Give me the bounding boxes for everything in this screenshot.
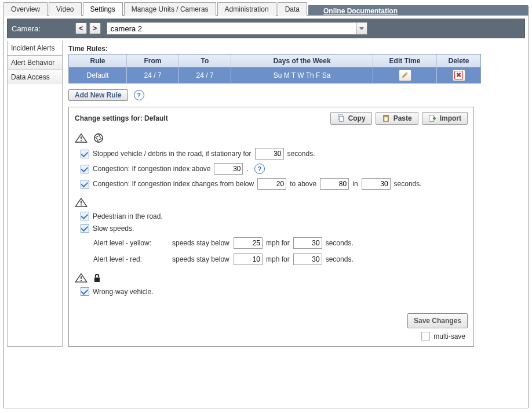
sidebar-item-incident-alerts[interactable]: Incident Alerts bbox=[8, 41, 62, 55]
congestion-change-above-input[interactable] bbox=[320, 178, 349, 190]
cell-to: 24 / 7 bbox=[179, 67, 231, 83]
lock-icon bbox=[93, 274, 101, 282]
save-changes-button[interactable]: Save Changes bbox=[407, 313, 468, 328]
col-days: Days of the Week bbox=[231, 55, 373, 67]
sidebar-item-alert-behavior[interactable]: Alert Behavior bbox=[8, 55, 62, 70]
stopped-vehicle-label-b: seconds. bbox=[287, 150, 315, 158]
stopped-vehicle-checkbox[interactable] bbox=[81, 150, 89, 158]
next-camera-button[interactable]: > bbox=[89, 23, 101, 34]
add-new-rule-button[interactable]: Add New Rule bbox=[68, 89, 128, 101]
paste-icon bbox=[382, 114, 390, 122]
alert-triangle-icon bbox=[75, 273, 88, 282]
aperture-icon bbox=[93, 133, 104, 143]
congestion-change-checkbox[interactable] bbox=[81, 180, 89, 189]
camera-label: Camera: bbox=[12, 24, 41, 33]
col-from: From bbox=[127, 55, 179, 67]
time-rules-header: Rule From To Days of the Week Edit Time … bbox=[69, 55, 480, 67]
congestion-change-below-input[interactable] bbox=[257, 178, 286, 190]
svg-rect-11 bbox=[81, 205, 82, 206]
tab-video[interactable]: Video bbox=[49, 2, 81, 16]
alert-yellow-prefix: speeds stay below bbox=[172, 239, 230, 247]
settings-sidebar: Incident Alerts Alert Behavior Data Acce… bbox=[7, 41, 63, 347]
svg-rect-13 bbox=[81, 276, 82, 278]
stopped-vehicle-label-a: Stopped vehicle / debris in the road, if… bbox=[93, 150, 252, 158]
alert-triangle-icon bbox=[75, 198, 88, 207]
alert-red-mphfor: mph for bbox=[266, 255, 290, 263]
svg-rect-7 bbox=[81, 140, 82, 142]
stopped-vehicle-seconds-input[interactable] bbox=[255, 148, 284, 160]
congestion-change-label-c: in bbox=[352, 180, 358, 188]
tab-bar: Overview Video Settings Manage Units / C… bbox=[3, 2, 529, 15]
copy-icon bbox=[337, 114, 345, 122]
panel-title: Change settings for: Default bbox=[75, 114, 168, 122]
multi-save-checkbox[interactable] bbox=[421, 332, 430, 340]
tab-settings[interactable]: Settings bbox=[83, 2, 123, 16]
camera-select-input[interactable] bbox=[107, 22, 356, 35]
cell-from: 24 / 7 bbox=[127, 67, 179, 83]
cell-rule: Default bbox=[69, 67, 127, 83]
multi-save-label: multi-save bbox=[433, 332, 465, 340]
svg-rect-4 bbox=[384, 117, 387, 121]
svg-rect-16 bbox=[94, 277, 100, 281]
congestion-index-label-a: Congestion: If congestion index above bbox=[93, 165, 210, 173]
congestion-change-label-b: to above bbox=[290, 180, 316, 188]
col-edit: Edit Time bbox=[373, 55, 437, 67]
camera-select-dropdown-button[interactable] bbox=[356, 22, 367, 35]
col-to: To bbox=[179, 55, 231, 67]
import-icon bbox=[428, 114, 436, 122]
wrong-way-label: Wrong-way vehicle. bbox=[93, 288, 153, 296]
alert-red-seconds-input[interactable] bbox=[293, 253, 322, 265]
col-delete: Delete bbox=[437, 55, 480, 67]
svg-rect-1 bbox=[339, 117, 343, 122]
tab-administration[interactable]: Administration bbox=[217, 2, 276, 16]
time-rule-row[interactable]: Default 24 / 7 24 / 7 Su M T W Th F Sa ✖ bbox=[69, 67, 480, 83]
chevron-down-icon bbox=[359, 27, 364, 30]
slow-speeds-checkbox[interactable] bbox=[81, 224, 89, 233]
alert-red-prefix: speeds stay below bbox=[172, 255, 230, 263]
alert-red-label: Alert level - red: bbox=[93, 255, 169, 263]
tab-data[interactable]: Data bbox=[278, 2, 307, 16]
delete-icon: ✖ bbox=[454, 71, 463, 79]
camera-select[interactable] bbox=[107, 22, 367, 35]
alert-yellow-speed-input[interactable] bbox=[234, 237, 263, 249]
prev-camera-button[interactable]: < bbox=[75, 23, 87, 34]
alert-yellow-label: Alert level - yellow: bbox=[93, 239, 169, 247]
wrong-way-checkbox[interactable] bbox=[81, 287, 89, 296]
camera-toolbar: Camera: < > bbox=[7, 19, 525, 38]
col-rule: Rule bbox=[69, 55, 127, 67]
time-rules-title: Time Rules: bbox=[68, 45, 525, 53]
svg-point-9 bbox=[94, 134, 103, 142]
congestion-change-seconds-input[interactable] bbox=[362, 178, 391, 190]
cell-days: Su M T W Th F Sa bbox=[231, 67, 373, 83]
help-icon[interactable]: ? bbox=[254, 164, 265, 174]
alert-yellow-suffix: seconds. bbox=[326, 239, 354, 247]
congestion-index-checkbox[interactable] bbox=[81, 165, 89, 173]
online-documentation-link[interactable]: Online Documentation bbox=[323, 5, 398, 17]
svg-rect-6 bbox=[81, 136, 82, 139]
settings-panel: Change settings for: Default Copy Paste bbox=[68, 107, 474, 347]
svg-rect-3 bbox=[384, 115, 387, 117]
copy-button[interactable]: Copy bbox=[330, 112, 372, 125]
edit-time-button[interactable] bbox=[399, 70, 411, 81]
delete-rule-button[interactable]: ✖ bbox=[453, 70, 465, 81]
import-button[interactable]: Import bbox=[422, 112, 468, 125]
help-icon[interactable]: ? bbox=[134, 90, 144, 100]
tab-manage-units[interactable]: Manage Units / Cameras bbox=[124, 2, 216, 16]
congestion-change-label-a: Congestion: If congestion index changes … bbox=[93, 180, 254, 188]
alert-red-speed-input[interactable] bbox=[234, 253, 263, 265]
congestion-index-label-b: . bbox=[246, 165, 248, 173]
alert-triangle-icon bbox=[75, 133, 88, 143]
tab-overview[interactable]: Overview bbox=[3, 2, 48, 16]
alert-yellow-mphfor: mph for bbox=[266, 239, 290, 247]
paste-button[interactable]: Paste bbox=[376, 112, 418, 125]
alert-red-suffix: seconds. bbox=[326, 255, 354, 263]
svg-rect-10 bbox=[81, 201, 82, 203]
pedestrian-checkbox[interactable] bbox=[81, 212, 89, 220]
alert-yellow-seconds-input[interactable] bbox=[293, 237, 322, 249]
sidebar-item-data-access[interactable]: Data Access bbox=[8, 70, 62, 84]
time-rules-table: Rule From To Days of the Week Edit Time … bbox=[68, 54, 481, 84]
congestion-index-input[interactable] bbox=[214, 163, 243, 175]
pedestrian-label: Pedestrian in the road. bbox=[93, 212, 163, 220]
congestion-change-label-d: seconds. bbox=[394, 180, 422, 188]
pencil-icon bbox=[402, 72, 408, 78]
